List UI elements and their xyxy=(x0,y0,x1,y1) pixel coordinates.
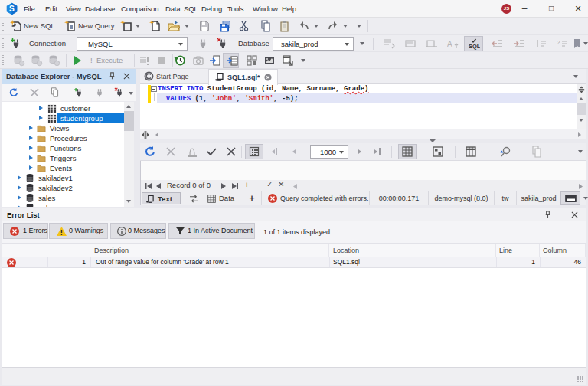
svg-text:S: S xyxy=(9,5,15,13)
svg-text:?: ? xyxy=(557,39,560,46)
svg-text:SQL: SQL xyxy=(469,43,480,50)
svg-text:A: A xyxy=(447,40,452,48)
